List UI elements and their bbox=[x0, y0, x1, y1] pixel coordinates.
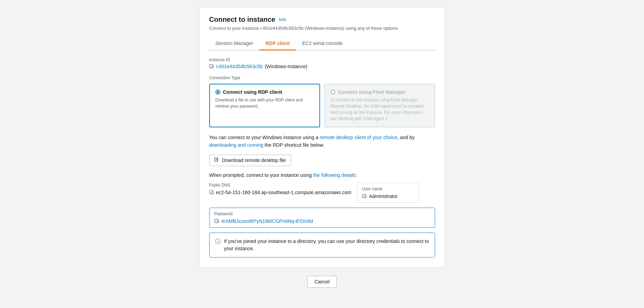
fleet-manager-link: Working with SSM Agent ↗ bbox=[338, 116, 388, 121]
rdp-radio-row: Connect using RDP client bbox=[215, 89, 314, 95]
cancel-button[interactable]: Cancel bbox=[307, 276, 337, 288]
username-value-row: Administrator bbox=[362, 193, 414, 199]
svg-rect-7 bbox=[210, 190, 212, 193]
rdp-option-title: Connect using RDP client bbox=[223, 89, 282, 95]
tab-session-manager[interactable]: Session Manager bbox=[209, 37, 259, 51]
tabs: Session Manager RDP client EC2 serial co… bbox=[209, 37, 435, 51]
svg-rect-11 bbox=[215, 219, 218, 222]
download-icon bbox=[214, 157, 219, 163]
rdp-info-text: You can connect to your Windows instance… bbox=[209, 134, 435, 149]
remote-desktop-link[interactable]: remote desktop client of your choice bbox=[320, 135, 397, 140]
instance-id-link[interactable]: i-001e44354fc563c5b bbox=[216, 64, 263, 69]
connection-option-fleet-manager: Connect using Fleet Manager To connect t… bbox=[324, 84, 435, 127]
modal-title: Connect to instance bbox=[209, 16, 275, 24]
public-dns-label: Public DNS bbox=[209, 183, 352, 188]
instance-id-suffix: (Windows-instance) bbox=[265, 64, 307, 69]
public-dns-field: Public DNS ec2-54-151-160-184.ap-southea… bbox=[209, 183, 352, 195]
cancel-row: Cancel bbox=[307, 276, 337, 288]
password-value-row: 4rXMBJxzwv80*yN19MCGPn6Nq-tFOm8d bbox=[214, 218, 430, 224]
copy-dns-icon[interactable] bbox=[209, 190, 214, 195]
fleet-radio-row: Connect using Fleet Manager bbox=[330, 89, 429, 95]
instance-id-row: i-001e44354fc563c5b (Windows-instance) bbox=[209, 64, 435, 69]
download-btn-label: Download remote desktop file bbox=[222, 157, 286, 163]
copy-username-icon[interactable] bbox=[362, 194, 367, 199]
info-banner-icon: ⓘ bbox=[215, 238, 221, 245]
public-dns-value-row: ec2-54-151-160-184.ap-southeast-1.comput… bbox=[209, 190, 352, 195]
rdp-option-desc: Download a file to use with your RDP cli… bbox=[215, 97, 314, 109]
downloading-running-link[interactable]: downloading and running bbox=[209, 142, 263, 148]
info-link[interactable]: Info bbox=[279, 17, 286, 22]
connection-type-label: Connection Type bbox=[209, 75, 435, 80]
fleet-option-title: Connect using Fleet Manager bbox=[338, 89, 406, 95]
instance-id-label: Instance ID bbox=[209, 57, 435, 62]
password-value: 4rXMBJxzwv80*yN19MCGPn6Nq-tFOm8d bbox=[221, 218, 313, 224]
fleet-option-desc: To connect to the instance using Fleet M… bbox=[330, 97, 429, 122]
password-label: Password bbox=[214, 211, 430, 216]
svg-rect-9 bbox=[362, 194, 365, 197]
modal-subtitle: Connect to your instance i-001e44354fc56… bbox=[209, 26, 435, 31]
prompt-text: When prompted, connect to your instance … bbox=[209, 172, 435, 178]
username-field: User name Administrator bbox=[357, 183, 419, 203]
download-rdp-button[interactable]: Download remote desktop file bbox=[209, 155, 291, 166]
info-banner: ⓘ If you've joined your instance to a di… bbox=[209, 233, 435, 257]
tab-ec2-serial-console[interactable]: EC2 serial console bbox=[296, 37, 349, 51]
copy-password-icon[interactable] bbox=[214, 219, 219, 224]
following-details-link[interactable]: the following details bbox=[313, 172, 355, 178]
connection-option-rdp[interactable]: Connect using RDP client Download a file… bbox=[209, 84, 320, 127]
connect-to-instance-modal: Connect to instance Info Connect to your… bbox=[199, 7, 445, 268]
svg-rect-1 bbox=[210, 64, 212, 67]
copy-instance-id-icon[interactable] bbox=[209, 64, 214, 69]
tab-rdp-client[interactable]: RDP client bbox=[259, 37, 296, 51]
password-field: Password 4rXMBJxzwv80*yN19MCGPn6Nq-tFOm8… bbox=[209, 208, 435, 228]
info-banner-text: If you've joined your instance to a dire… bbox=[224, 238, 429, 252]
rdp-radio[interactable] bbox=[215, 90, 220, 94]
fleet-radio bbox=[330, 90, 335, 94]
public-dns-value: ec2-54-151-160-184.ap-southeast-1.comput… bbox=[216, 190, 352, 195]
modal-title-row: Connect to instance Info bbox=[209, 16, 435, 24]
username-label: User name bbox=[362, 187, 414, 191]
username-value: Administrator bbox=[369, 193, 397, 199]
fields-row: Public DNS ec2-54-151-160-184.ap-southea… bbox=[209, 183, 435, 203]
connection-options: Connect using RDP client Download a file… bbox=[209, 84, 435, 127]
